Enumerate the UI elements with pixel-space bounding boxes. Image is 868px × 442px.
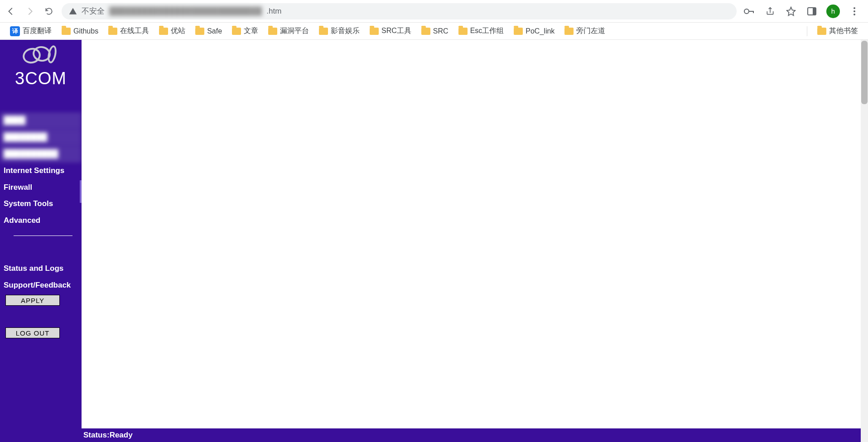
bookmark-item[interactable]: Safe [192, 25, 226, 37]
avatar-letter: h [831, 7, 835, 15]
bookmark-item[interactable]: 译百度翻译 [6, 24, 55, 38]
bookmark-item[interactable]: 旁门左道 [561, 24, 609, 38]
bookmark-item[interactable]: 优站 [155, 24, 189, 38]
folder-icon [159, 28, 168, 35]
folder-icon [232, 28, 241, 35]
status-bar: Status: Ready [0, 428, 868, 442]
bookmark-label: PoC_link [526, 27, 555, 35]
vertical-scrollbar[interactable] [861, 40, 868, 442]
svg-point-5 [854, 7, 855, 9]
bookmark-label: SRC [433, 27, 448, 35]
url-obscured: ████████████████████████████ [109, 7, 262, 16]
bookmark-item[interactable]: SRC [418, 25, 452, 37]
svg-point-7 [854, 14, 855, 15]
bookmarks-overflow[interactable]: 其他书签 [814, 24, 862, 38]
insecure-warning-icon [69, 7, 77, 15]
url-visible-suffix: .htm [266, 7, 281, 16]
share-button[interactable] [764, 5, 776, 18]
nav-item[interactable]: System Tools [0, 196, 82, 212]
bookmark-item[interactable]: PoC_link [510, 25, 558, 37]
arrow-right-icon [25, 6, 35, 16]
reload-button[interactable] [43, 5, 55, 18]
nav-item[interactable]: ████ [0, 112, 82, 129]
nav-forward-button[interactable] [24, 5, 36, 18]
bookmark-star-button[interactable] [785, 5, 797, 18]
folder-icon [195, 28, 204, 35]
svg-point-0 [744, 9, 749, 14]
bookmark-item[interactable]: 影音娱乐 [315, 24, 363, 38]
arrow-left-icon [6, 6, 16, 16]
nav-item[interactable]: Advanced [0, 212, 82, 229]
address-bar[interactable]: 不安全 ████████████████████████████ .htm [62, 3, 737, 19]
side-panel-button[interactable] [805, 5, 818, 18]
profile-avatar[interactable]: h [826, 5, 840, 18]
bookmark-label: Esc工作组 [470, 26, 504, 36]
bookmark-item[interactable]: 文章 [228, 24, 262, 38]
share-icon [766, 7, 775, 16]
bookmarks-overflow-label: 其他书签 [829, 26, 858, 36]
folder-icon [564, 28, 574, 35]
password-key-button[interactable] [743, 5, 756, 18]
folder-icon [370, 28, 379, 35]
primary-nav: ██████████████████████Internet SettingsF… [0, 112, 82, 229]
folder-icon [514, 28, 523, 35]
nav-item[interactable]: ██████████ [0, 146, 82, 163]
bookmark-item[interactable]: Esc工作组 [455, 24, 508, 38]
browser-menu-button[interactable] [848, 5, 861, 18]
nav-item-secondary[interactable]: Support/Feedback [0, 277, 82, 294]
star-icon [786, 6, 796, 16]
panel-icon [807, 7, 816, 15]
bookmark-label: 在线工具 [120, 26, 149, 36]
bookmark-label: 文章 [244, 26, 258, 36]
folder-icon [421, 28, 430, 35]
kebab-icon [853, 7, 856, 16]
reload-icon [44, 7, 53, 16]
logout-button[interactable]: LOG OUT [5, 327, 60, 338]
bookmark-item[interactable]: 漏洞平台 [265, 24, 313, 38]
folder-icon [108, 28, 117, 35]
bookmark-label: Safe [207, 27, 222, 35]
folder-icon [268, 28, 277, 35]
sidebar: 3COM ██████████████████████Internet Sett… [0, 40, 82, 428]
nav-item[interactable]: Firewall [0, 179, 82, 196]
bookmark-item[interactable]: Githubs [58, 25, 102, 37]
bookmark-label: 百度翻译 [23, 26, 52, 36]
apply-button[interactable]: APPLY [5, 295, 60, 306]
folder-icon [817, 28, 826, 35]
brand-text: 3COM [15, 69, 67, 88]
nav-item-secondary[interactable]: Status and Logs [0, 260, 82, 277]
bookmark-label: 旁门左道 [576, 26, 605, 36]
secondary-nav: Status and LogsSupport/Feedback [0, 260, 82, 294]
svg-rect-4 [813, 8, 816, 15]
svg-rect-2 [753, 11, 754, 13]
nav-divider [14, 235, 72, 236]
app-body: 3COM ██████████████████████Internet Sett… [0, 40, 868, 428]
bookmarks-divider [807, 26, 807, 36]
translate-icon: 译 [10, 26, 20, 36]
nav-item[interactable]: Internet Settings [0, 163, 82, 179]
bookmark-label: SRC工具 [381, 26, 411, 36]
key-icon [744, 8, 755, 14]
bookmark-label: 漏洞平台 [280, 26, 309, 36]
folder-icon [62, 28, 71, 35]
scrollbar-thumb[interactable] [861, 41, 868, 104]
folder-icon [458, 28, 468, 35]
svg-point-6 [854, 10, 855, 12]
app-viewport: 3COM ██████████████████████Internet Sett… [0, 40, 868, 442]
bookmark-item[interactable]: SRC工具 [366, 24, 415, 38]
nav-back-button[interactable] [5, 5, 17, 18]
bookmarks-bar: 译百度翻译Githubs在线工具优站Safe文章漏洞平台影音娱乐SRC工具SRC… [0, 23, 868, 40]
nav-item[interactable]: ████████ [0, 129, 82, 146]
bookmark-label: Githubs [73, 27, 98, 35]
bookmark-item[interactable]: 在线工具 [105, 24, 153, 38]
bookmark-label: 影音娱乐 [331, 26, 360, 36]
brand-logo: 3COM [0, 40, 82, 94]
browser-right-controls: h [743, 5, 863, 18]
content-area [82, 40, 868, 428]
status-prefix: Status: [83, 431, 110, 440]
browser-toolbar: 不安全 ████████████████████████████ .htm h [0, 0, 868, 23]
rings-icon [23, 46, 59, 66]
folder-icon [319, 28, 328, 35]
bookmark-label: 优站 [171, 26, 185, 36]
security-label: 不安全 [82, 6, 105, 16]
